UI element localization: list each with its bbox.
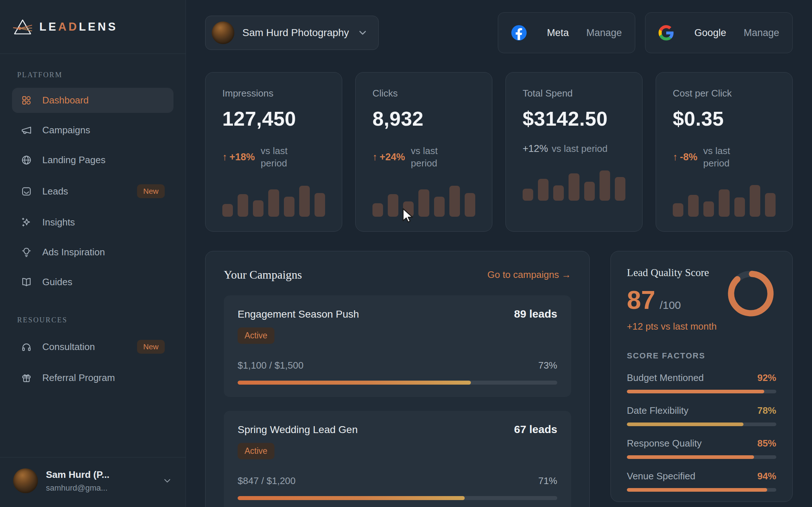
sidebar-item-landing-pages[interactable]: Landing Pages xyxy=(12,148,173,173)
sidebar-item-leads[interactable]: Leads New xyxy=(12,177,173,205)
mini-bar xyxy=(449,186,460,217)
mini-bar xyxy=(315,193,325,217)
stat-vs-label: vs last period xyxy=(703,145,747,170)
campaigns-header: Your Campaigns Go to campaigns → xyxy=(224,268,571,282)
factor-value: 78% xyxy=(757,405,776,416)
sidebar-item-label: Guides xyxy=(42,276,72,288)
factor-progress-bar xyxy=(627,488,776,492)
provider-name: Meta xyxy=(547,27,569,39)
grid-icon xyxy=(21,95,32,106)
book-open-icon xyxy=(21,276,32,288)
campaign-name: Spring Wedding Lead Gen xyxy=(238,424,358,436)
score-factor: Date Flexibility 78% xyxy=(627,405,776,426)
mini-bar xyxy=(734,197,745,217)
sidebar-item-label: Insights xyxy=(42,217,75,228)
mini-bar xyxy=(765,193,776,217)
connections: Meta Manage Google Manage xyxy=(498,12,793,53)
mini-bar xyxy=(284,197,294,217)
score-factor: Budget Mentioned 92% xyxy=(627,372,776,393)
mini-bar xyxy=(673,203,683,217)
campaign-percent: 71% xyxy=(538,475,557,487)
factor-label: Venue Specified xyxy=(627,471,695,482)
sidebar-item-referral-program[interactable]: Referral Program xyxy=(12,365,173,390)
campaign-card[interactable]: Spring Wedding Lead Gen 67 leads Active … xyxy=(224,411,571,507)
mini-bar xyxy=(268,189,279,217)
factor-value: 85% xyxy=(757,438,776,449)
chevron-down-icon xyxy=(162,476,172,486)
campaign-budget-row: $1,100 / $1,500 73% xyxy=(238,360,557,371)
mini-bar xyxy=(434,197,445,217)
factor-value: 92% xyxy=(757,372,776,384)
factor-progress-fill xyxy=(627,422,743,426)
account-selector[interactable]: Sam Hurd Photography xyxy=(205,16,379,50)
campaign-leads: 67 leads xyxy=(514,423,557,436)
stat-value: $3142.50 xyxy=(523,107,625,130)
google-icon xyxy=(659,25,674,40)
topbar: Sam Hurd Photography Meta Manage xyxy=(205,12,793,53)
stat-vs-label: vs last period xyxy=(552,143,608,155)
meta-manage-button[interactable]: Manage xyxy=(586,27,622,39)
campaign-top-row: Spring Wedding Lead Gen 67 leads xyxy=(238,423,557,436)
campaigns-title: Your Campaigns xyxy=(224,268,302,282)
mini-bar xyxy=(600,170,610,201)
sidebar-item-label: Ads Inspiration xyxy=(42,247,105,258)
stat-delta-row: ↑-8% vs last period xyxy=(673,145,776,170)
sidebar-user-menu[interactable]: Sam Hurd (P... samhurd@gma... xyxy=(0,457,186,507)
stat-delta: ↑+24% xyxy=(372,152,405,163)
google-connection-card: Google Manage xyxy=(645,12,793,53)
status-badge: Active xyxy=(238,327,274,344)
lightbulb-icon xyxy=(21,247,32,258)
sidebar-item-dashboard[interactable]: Dashboard xyxy=(12,88,173,113)
mini-bar xyxy=(523,189,533,201)
user-email: samhurd@gma... xyxy=(46,483,109,493)
google-manage-button[interactable]: Manage xyxy=(743,27,779,39)
sidebar-item-ads-inspiration[interactable]: Ads Inspiration xyxy=(12,240,173,265)
stat-delta-row: +12% vs last period xyxy=(523,143,625,155)
app-root: LEADLENS PLATFORM Dashboard Campaigns La… xyxy=(0,0,812,507)
mini-bar xyxy=(403,201,414,217)
stat-card-clicks: Clicks 8,932 ↑+24% vs last period xyxy=(355,72,492,232)
score-delta: +12 pts vs last month xyxy=(627,321,717,332)
mini-bar xyxy=(238,194,248,217)
sidebar-item-consultation[interactable]: Consultation New xyxy=(12,333,173,361)
stat-delta-row: ↑+18% vs last period xyxy=(222,145,325,170)
logo-wordmark: LEADLENS xyxy=(39,20,118,34)
new-badge: New xyxy=(137,184,165,198)
factor-progress-bar xyxy=(627,422,776,426)
stats-row: Impressions 127,450 ↑+18% vs last period… xyxy=(205,72,793,232)
sidebar-item-campaigns[interactable]: Campaigns xyxy=(12,118,173,143)
campaign-card[interactable]: Engagement Season Push 89 leads Active $… xyxy=(224,295,571,397)
score-max: /100 xyxy=(660,299,681,311)
stat-card-impressions: Impressions 127,450 ↑+18% vs last period xyxy=(205,72,342,232)
sidebar-item-guides[interactable]: Guides xyxy=(12,270,173,295)
campaign-progress-bar xyxy=(238,381,557,385)
campaign-budget: $847 / $1,200 xyxy=(238,475,296,487)
meta-connection-card: Meta Manage xyxy=(498,12,636,53)
stat-value: 8,932 xyxy=(372,107,475,130)
factor-progress-fill xyxy=(627,455,754,459)
campaign-leads: 89 leads xyxy=(514,308,557,320)
campaign-progress-fill xyxy=(238,381,471,385)
account-label: Sam Hurd Photography xyxy=(242,27,349,39)
lead-quality-summary: Lead Quality Score 87 /100 +12 pts vs la… xyxy=(627,267,717,332)
sidebar-item-label: Leads xyxy=(42,186,68,197)
stat-vs-label: vs last period xyxy=(411,145,454,170)
sidebar-item-insights[interactable]: Insights xyxy=(12,210,173,235)
campaign-budget-row: $847 / $1,200 71% xyxy=(238,475,557,487)
mini-bar xyxy=(253,200,263,217)
campaigns-panel: Your Campaigns Go to campaigns → Engagem… xyxy=(205,251,590,507)
factor-label: Response Quality xyxy=(627,438,702,449)
stat-label: Total Spend xyxy=(523,88,625,99)
go-to-campaigns-link[interactable]: Go to campaigns → xyxy=(487,269,571,280)
stat-delta-row: ↑+24% vs last period xyxy=(372,145,475,170)
mini-bar xyxy=(569,173,579,201)
status-badge: Active xyxy=(238,443,274,459)
sidebar-nav: PLATFORM Dashboard Campaigns Landing Pag… xyxy=(0,54,186,457)
score-row: 87 /100 xyxy=(627,287,717,313)
stat-label: Impressions xyxy=(222,88,325,99)
stat-value: 127,450 xyxy=(222,107,325,130)
mini-bar xyxy=(750,185,760,217)
mini-bar xyxy=(222,204,233,217)
facebook-icon xyxy=(511,25,527,40)
sidebar-item-label: Referral Program xyxy=(42,372,115,384)
